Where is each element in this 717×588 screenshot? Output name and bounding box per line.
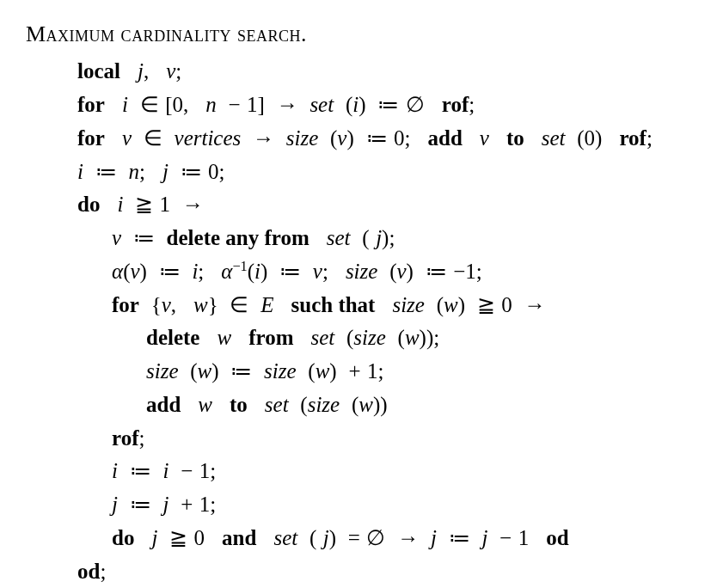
var-j: j (112, 493, 118, 516)
rparen: ) (595, 126, 602, 150)
sym-in: ∈ (230, 293, 248, 316)
sym-geq: ≧ (169, 526, 187, 549)
minus: − (499, 526, 512, 549)
fn-size: size (286, 126, 319, 150)
rparen: ) (329, 359, 336, 383)
var-E: E (260, 293, 273, 316)
lparen: ( (190, 359, 197, 383)
sym-assign: ≔ (426, 260, 447, 283)
lparen: ( (362, 226, 369, 249)
semicolon: ; (100, 560, 106, 583)
code-line: delete w from set (size (w)); (146, 322, 691, 355)
var-n: n (205, 93, 217, 116)
kw-for: for (77, 126, 105, 150)
sym-arrow: → (182, 193, 204, 216)
sym-assign: ≔ (230, 359, 252, 383)
rparen: ) (346, 126, 353, 150)
fn-size: size (264, 359, 297, 383)
semicolon: ; (389, 226, 395, 249)
var-j: j (431, 526, 437, 549)
comma: , (171, 293, 176, 316)
kw-and: and (222, 526, 256, 549)
var-w: w (444, 293, 458, 316)
semicolon: ; (476, 260, 482, 283)
kw-rof: rof (442, 93, 469, 116)
kw-local: local (77, 59, 120, 83)
kw-add: add (146, 393, 181, 416)
semicolon: ; (322, 260, 328, 283)
sym-in: ∈ (140, 93, 159, 116)
var-i: i (77, 160, 83, 183)
sym-geq: ≧ (135, 193, 153, 216)
fn-size: size (392, 293, 425, 316)
plus: + (181, 493, 193, 516)
code-line: for {v, w} ∈ E such that size (w) ≧0 → (112, 289, 691, 322)
kw-for: for (112, 293, 139, 316)
lparen: ( (309, 526, 316, 549)
sym-assign: ≔ (449, 526, 470, 549)
code-line: for v ∈ vertices → size (v) ≔0; add v to… (77, 122, 691, 156)
minus: − (181, 459, 193, 482)
var-w: w (198, 359, 212, 383)
kw-do: do (77, 193, 100, 216)
fn-size: size (346, 260, 378, 283)
semicolon: ; (433, 326, 439, 349)
sym-assign: ≔ (130, 459, 151, 482)
var-i: i (254, 260, 260, 283)
semicolon: ; (139, 160, 145, 183)
var-w: w (358, 393, 373, 416)
do-body: v ≔ delete any from set (j); α(v) ≔ i; α… (77, 222, 691, 555)
sym-arrow: → (524, 293, 546, 316)
sym-arrow: → (277, 93, 298, 116)
kw-to: to (506, 126, 524, 150)
semicolon: ; (198, 260, 204, 283)
lparen: ( (300, 393, 307, 416)
sym-assign: ≔ (377, 93, 399, 116)
sym-assign: ≔ (366, 126, 388, 150)
var-v: v (130, 260, 139, 283)
rparen: ) (407, 260, 414, 283)
sym-arrow: → (397, 526, 419, 549)
comma: , (144, 59, 149, 83)
code-line: do j ≧0 and set (j) =∅ → j ≔ j −1 od (112, 522, 691, 555)
kw-do: do (112, 526, 134, 549)
sym-geq: ≧ (477, 293, 495, 316)
kw-rof: rof (112, 426, 138, 450)
semicolon: ; (138, 426, 144, 450)
kw-rof: rof (619, 126, 646, 150)
rparen: ) (329, 526, 336, 549)
var-j: j (151, 526, 157, 549)
comma: , (183, 93, 188, 116)
kw-delete-any-from: delete any from (167, 226, 309, 249)
code-line: do i ≧1 → (77, 188, 691, 222)
semicolon: ; (210, 493, 216, 516)
var-n: n (128, 160, 139, 183)
code-line: size (w) ≔ size (w) +1; (146, 355, 691, 389)
code-line: α(v) ≔ i; α−1(i) ≔ v; size (v) ≔−1; (112, 255, 691, 289)
sym-assign: ≔ (181, 160, 202, 183)
var-i: i (117, 193, 123, 216)
lparen: ( (577, 126, 584, 150)
var-i: i (122, 93, 128, 116)
eq: = (348, 526, 360, 549)
var-v: v (396, 260, 406, 283)
fn-size: size (146, 359, 179, 383)
semicolon: ; (647, 126, 653, 150)
rbrace: } (208, 293, 218, 316)
sym-arrow: → (253, 126, 274, 150)
one: 1 (160, 193, 171, 216)
var-w: w (193, 293, 208, 316)
fn-set: set (309, 93, 334, 116)
rparen: ) (426, 326, 433, 349)
rparen: ) (380, 393, 387, 416)
semicolon: ; (405, 126, 411, 150)
var-w: w (217, 326, 231, 349)
fn-set: set (327, 226, 351, 249)
sym-assign: ≔ (130, 493, 151, 516)
algorithm-body: local j, v; for i ∈[0, n −1] → set (i) ≔… (26, 55, 691, 588)
semicolon: ; (378, 359, 384, 383)
code-line: i ≔ i −1; (112, 455, 691, 488)
code-line: local j, v; (77, 55, 691, 89)
zero: 0 (208, 160, 219, 183)
var-i: i (112, 459, 118, 482)
